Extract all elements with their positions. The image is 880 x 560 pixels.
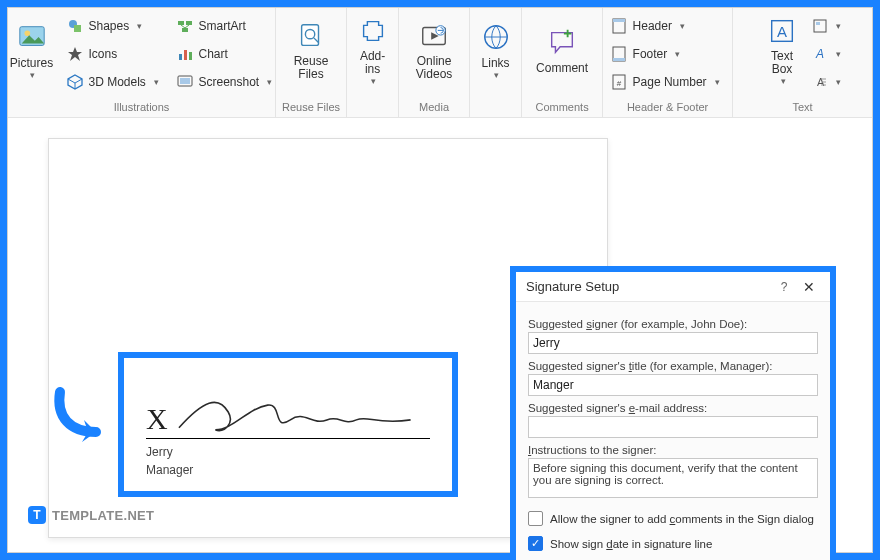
svg-rect-7 <box>179 54 182 60</box>
svg-rect-25 <box>814 20 826 32</box>
pictures-label: Pictures <box>10 56 53 70</box>
quick-parts-button[interactable]: ▾ <box>808 14 845 38</box>
svg-rect-4 <box>178 21 184 25</box>
smartart-button[interactable]: SmartArt <box>173 14 279 38</box>
comment-label: Comment <box>536 61 588 75</box>
suggested-signer-input[interactable] <box>528 332 818 354</box>
show-date-label: Show sign date in signature line <box>550 538 712 550</box>
online-videos-button[interactable]: Online Videos <box>405 12 463 90</box>
svg-rect-5 <box>186 21 192 25</box>
wordart-icon: A <box>812 46 828 62</box>
instructions-label: Instructions to the signer: <box>528 444 818 456</box>
group-illustrations: Pictures ▾ Shapes▾ Icons 3D Models▾ <box>8 8 276 117</box>
icons-icon <box>67 46 83 62</box>
chevron-down-icon: ▾ <box>267 77 272 87</box>
svg-rect-20 <box>613 58 625 61</box>
allow-comments-checkbox[interactable]: Allow the signer to add comments in the … <box>528 511 818 526</box>
chevron-down-icon: ▾ <box>371 76 376 86</box>
suggested-email-input[interactable] <box>528 416 818 438</box>
screenshot-label: Screenshot <box>199 75 260 89</box>
watermark-text: TEMPLATE.NET <box>52 508 154 523</box>
addins-label: Add- ins <box>360 50 385 76</box>
svg-text:#: # <box>616 79 621 88</box>
signature-x-label: X <box>146 402 168 436</box>
links-button[interactable]: Links▾ <box>472 12 520 90</box>
icons-label: Icons <box>89 47 118 61</box>
chevron-down-icon: ▾ <box>715 77 720 87</box>
instructions-textarea[interactable] <box>528 458 818 498</box>
signature-rule <box>146 438 430 439</box>
dialog-help-button[interactable]: ? <box>772 280 796 294</box>
screenshot-button[interactable]: Screenshot▾ <box>173 70 279 94</box>
svg-rect-9 <box>189 52 192 60</box>
chevron-down-icon: ▾ <box>494 70 499 80</box>
chevron-down-icon: ▾ <box>154 77 159 87</box>
footer-icon <box>611 46 627 62</box>
text-box-label: Text Box <box>771 50 793 76</box>
footer-label: Footer <box>633 47 668 61</box>
3d-models-button[interactable]: 3D Models▾ <box>63 70 169 94</box>
links-label: Links <box>482 56 510 70</box>
signature-setup-dialog: Signature Setup ? ✕ Suggested signer (fo… <box>510 266 836 560</box>
annotation-arrow-icon <box>48 382 118 452</box>
shapes-label: Shapes <box>89 19 130 33</box>
handwritten-signature-icon <box>174 390 430 436</box>
reuse-files-button[interactable]: Reuse Files <box>282 12 340 90</box>
addins-button[interactable]: Add- ins▾ <box>349 12 397 90</box>
pictures-icon <box>17 22 47 52</box>
svg-rect-26 <box>816 22 820 25</box>
dialog-close-button[interactable]: ✕ <box>796 279 822 295</box>
chevron-down-icon: ▾ <box>680 21 685 31</box>
watermark: T TEMPLATE.NET <box>28 506 154 524</box>
svg-rect-6 <box>182 28 188 32</box>
drop-cap-icon: A <box>812 74 828 90</box>
shapes-button[interactable]: Shapes▾ <box>63 14 169 38</box>
reuse-files-icon <box>296 21 326 51</box>
wordart-button[interactable]: A▾ <box>808 42 845 66</box>
ribbon: Pictures ▾ Shapes▾ Icons 3D Models▾ <box>8 8 872 118</box>
page-number-button[interactable]: # Page Number▾ <box>607 70 729 94</box>
show-date-checkbox[interactable]: ✓ Show sign date in signature line <box>528 536 818 551</box>
pagenum-label: Page Number <box>633 75 707 89</box>
link-icon <box>481 22 511 52</box>
comment-button[interactable]: Comment <box>528 12 596 90</box>
group-reuse-files: Reuse Files Reuse Files <box>276 8 347 117</box>
chevron-down-icon: ▾ <box>781 76 786 86</box>
pictures-button[interactable]: Pictures ▾ <box>3 12 61 90</box>
footer-button[interactable]: Footer▾ <box>607 42 729 66</box>
pagenum-icon: # <box>611 74 627 90</box>
icons-button[interactable]: Icons <box>63 42 169 66</box>
drop-cap-button[interactable]: A▾ <box>808 70 845 94</box>
smartart-icon <box>177 18 193 34</box>
svg-rect-8 <box>184 50 187 60</box>
signature-suggested-title: Manager <box>146 463 430 477</box>
header-label: Header <box>633 19 672 33</box>
text-box-icon: A <box>767 16 797 46</box>
dialog-titlebar: Signature Setup ? ✕ <box>516 272 830 302</box>
cube-icon <box>67 74 83 90</box>
addins-icon <box>358 16 388 46</box>
video-icon <box>419 21 449 51</box>
svg-rect-18 <box>613 19 625 22</box>
chevron-down-icon: ▾ <box>836 77 841 87</box>
checkbox-checked-icon: ✓ <box>528 536 543 551</box>
3d-models-label: 3D Models <box>89 75 146 89</box>
group-label: Illustrations <box>114 99 170 117</box>
chart-icon <box>177 46 193 62</box>
text-box-button[interactable]: A Text Box▾ <box>758 12 806 90</box>
svg-rect-11 <box>180 78 190 84</box>
screenshot-icon <box>177 74 193 90</box>
chart-button[interactable]: Chart <box>173 42 279 66</box>
chevron-down-icon: ▾ <box>137 21 142 31</box>
comment-icon <box>547 27 577 57</box>
signature-line-block[interactable]: X Jerry Manager <box>118 352 458 497</box>
svg-rect-3 <box>74 25 81 32</box>
document-area: X Jerry Manager Signature Setup ? ✕ Sugg… <box>8 120 872 538</box>
group-label: Media <box>419 99 449 117</box>
shapes-icon <box>67 18 83 34</box>
header-button[interactable]: Header▾ <box>607 14 729 38</box>
group-addins: Add- ins▾ <box>347 8 399 117</box>
svg-text:A: A <box>777 22 787 39</box>
group-header-footer: Header▾ Footer▾ # Page Number▾ Header & … <box>603 8 733 117</box>
suggested-title-input[interactable] <box>528 374 818 396</box>
